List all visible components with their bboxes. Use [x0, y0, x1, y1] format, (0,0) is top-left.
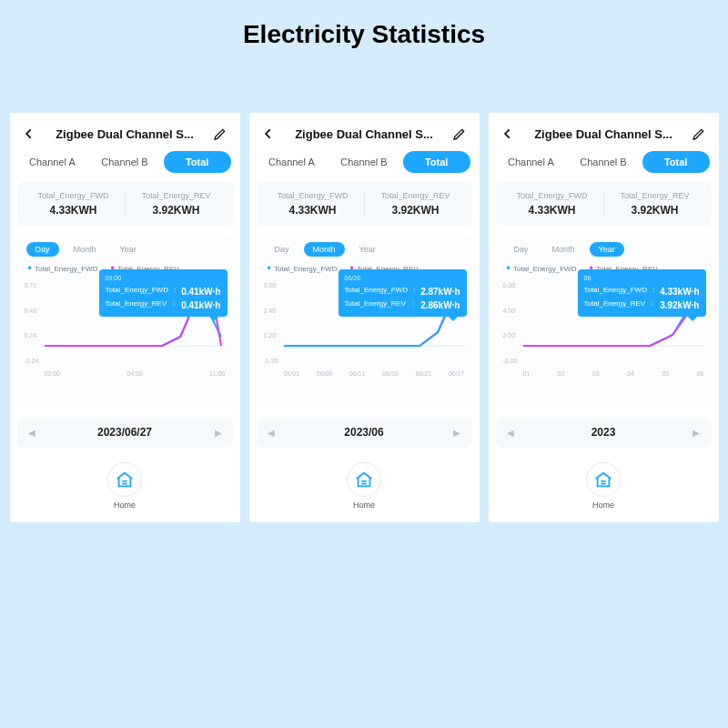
stat-fwd-label: Total_Energy_FWD — [23, 191, 125, 200]
range-selector: Day Month Year — [23, 242, 228, 257]
back-icon[interactable] — [21, 126, 37, 142]
y-axis: 6.00 4.00 2.00 -2.00 — [503, 282, 518, 364]
stat-rev: Total_Energy_REV 3.92KWH — [126, 191, 228, 217]
tab-channel-b[interactable]: Channel B — [91, 151, 158, 173]
range-month[interactable]: Month — [65, 242, 106, 257]
tooltip-time: 09:00 — [106, 274, 221, 284]
screens-row: Zigbee Dual Channel S... Channel A Chann… — [0, 113, 728, 522]
stat-fwd: Total_Energy_FWD 4.33KWH — [262, 191, 364, 217]
date-prev-icon[interactable]: ◀ — [268, 428, 275, 438]
channel-tabs: Channel A Channel B Total — [17, 151, 233, 182]
phone-screen-month: Zigbee Dual Channel S... Channel A Chann… — [249, 113, 480, 522]
date-prev-icon[interactable]: ◀ — [28, 428, 35, 438]
date-next-icon[interactable]: ▶ — [693, 428, 700, 438]
summary-stats: Total_Energy_FWD 4.33KWH Total_Energy_RE… — [496, 182, 712, 226]
chart-tooltip: 06/26 Total_Energy_FWD: 2.87kW·h Total_E… — [339, 269, 467, 317]
current-date[interactable]: 2023 — [592, 426, 616, 439]
x-axis: 06/01 06/06 06/11 06/16 06/21 06/27 — [284, 370, 465, 377]
current-date[interactable]: 2023/06/27 — [97, 426, 152, 439]
home-label: Home — [114, 500, 136, 510]
phone-screen-year: Zigbee Dual Channel S... Channel A Chann… — [489, 113, 719, 522]
summary-stats: Total_Energy_FWD 4.33KWH Total_Energy_RE… — [257, 182, 472, 226]
legend-fwd: Total_Energy_FWD — [28, 262, 98, 275]
x-axis: 01 02 03 04 05 06 — [523, 370, 704, 377]
edit-icon[interactable] — [691, 126, 707, 142]
phone-screen-day: Zigbee Dual Channel S... Channel A Chann… — [10, 113, 240, 522]
tab-channel-b[interactable]: Channel B — [330, 151, 398, 173]
range-day[interactable]: Day — [505, 242, 538, 257]
tab-channel-a[interactable]: Channel A — [258, 151, 326, 173]
x-axis: 00:00 04:00 11:00 — [45, 370, 226, 377]
range-year[interactable]: Year — [590, 242, 624, 257]
home-icon[interactable] — [107, 462, 142, 497]
chart-card: Day Month Year Total_Energy_FWD Total_En… — [496, 235, 712, 408]
topbar: Zigbee Dual Channel S... — [17, 122, 233, 151]
date-prev-icon[interactable]: ◀ — [507, 428, 514, 438]
topbar: Zigbee Dual Channel S... — [257, 122, 472, 151]
date-navigator: ◀ 2023/06 ▶ — [257, 417, 472, 448]
date-next-icon[interactable]: ▶ — [453, 428, 460, 438]
stat-rev: Total_Energy_REV 3.92KWH — [365, 191, 467, 217]
home-nav: Home — [17, 462, 233, 510]
edit-icon[interactable] — [451, 126, 468, 142]
date-navigator: ◀ 2023 ▶ — [496, 417, 712, 448]
range-selector: Day Month Year — [501, 242, 706, 257]
device-title: Zigbee Dual Channel S... — [56, 127, 194, 141]
home-nav: Home — [257, 462, 472, 510]
range-year[interactable]: Year — [350, 242, 385, 257]
tab-channel-a[interactable]: Channel A — [498, 151, 565, 173]
stat-rev-value: 3.92KWH — [126, 204, 228, 217]
channel-tabs: Channel A Channel B Total — [496, 151, 712, 182]
stat-fwd-value: 4.33KWH — [23, 204, 125, 217]
tab-channel-a[interactable]: Channel A — [19, 151, 86, 173]
range-month[interactable]: Month — [543, 242, 584, 257]
tab-total[interactable]: Total — [164, 151, 231, 173]
range-day[interactable]: Day — [26, 242, 59, 257]
home-icon[interactable] — [347, 462, 381, 497]
home-icon[interactable] — [586, 462, 621, 497]
y-axis: 3.60 2.40 1.20 -1.20 — [264, 282, 278, 364]
stat-fwd: Total_Energy_FWD 4.33KWH — [501, 191, 603, 217]
back-icon[interactable] — [500, 126, 516, 142]
summary-stats: Total_Energy_FWD 4.33KWH Total_Energy_RE… — [17, 182, 233, 226]
device-title: Zigbee Dual Channel S... — [295, 127, 433, 141]
topbar: Zigbee Dual Channel S... — [496, 122, 712, 151]
current-date[interactable]: 2023/06 — [344, 426, 383, 439]
tab-total[interactable]: Total — [403, 151, 470, 173]
back-icon[interactable] — [260, 126, 277, 142]
page-title: Electricity Statistics — [0, 0, 728, 113]
range-day[interactable]: Day — [266, 242, 298, 257]
chart-tooltip: 06 Total_Energy_FWD: 4.33kW·h Total_Ener… — [578, 269, 706, 317]
edit-icon[interactable] — [212, 126, 228, 142]
tab-channel-b[interactable]: Channel B — [570, 151, 637, 173]
date-navigator: ◀ 2023/06/27 ▶ — [17, 417, 233, 448]
date-next-icon[interactable]: ▶ — [215, 428, 222, 438]
y-axis: 0.72 0.48 0.24 -0.24 — [25, 282, 39, 364]
range-selector: Day Month Year — [262, 242, 467, 257]
home-nav: Home — [496, 462, 712, 510]
chart-card: Day Month Year Total_Energy_FWD Total_En… — [17, 235, 233, 408]
range-year[interactable]: Year — [111, 242, 146, 257]
stat-rev-label: Total_Energy_REV — [126, 191, 228, 200]
tab-total[interactable]: Total — [642, 151, 710, 173]
device-title: Zigbee Dual Channel S... — [534, 127, 672, 141]
stat-rev: Total_Energy_REV 3.92KWH — [604, 191, 706, 217]
stat-fwd: Total_Energy_FWD 4.33KWH — [23, 191, 125, 217]
range-month[interactable]: Month — [304, 242, 345, 257]
chart-tooltip: 09:00 Total_Energy_FWD: 0.41kW·h Total_E… — [99, 269, 228, 317]
channel-tabs: Channel A Channel B Total — [257, 151, 472, 182]
chart-card: Day Month Year Total_Energy_FWD Total_En… — [257, 235, 472, 408]
